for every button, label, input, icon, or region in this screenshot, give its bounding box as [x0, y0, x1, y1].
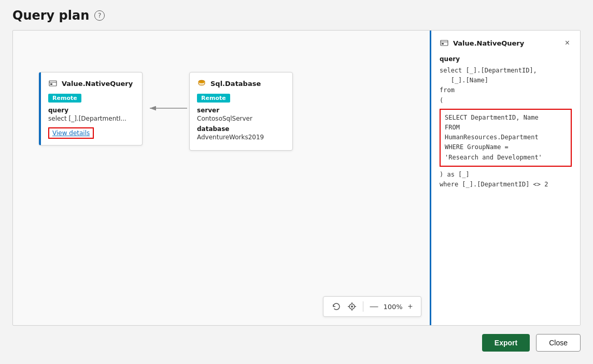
canvas-toolbar: — 100% +	[323, 296, 421, 317]
sql-database-db-value: AdventureWorks2019	[197, 134, 285, 141]
query-line-3: from	[440, 86, 455, 94]
detail-panel-icon	[440, 38, 449, 48]
sql-database-icon	[197, 79, 206, 88]
detail-query-label: query	[440, 55, 572, 63]
query-footer-2: where [_].[DepartmentID] <> 2	[440, 181, 548, 188]
svg-rect-15	[442, 43, 444, 45]
query-line-4: (	[440, 97, 443, 104]
native-query-badge: Remote	[48, 94, 81, 103]
query-line-2: [_].[Name]	[440, 77, 488, 84]
node-sql-database[interactable]: Sql.Database Remote server ContosoSqlSer…	[189, 72, 293, 151]
native-query-prop-value: select [_].[DepartmentI...	[48, 115, 135, 122]
node-native-query[interactable]: Value.NativeQuery Remote query select [_…	[39, 72, 143, 145]
native-query-prop-label: query	[48, 107, 135, 114]
svg-point-12	[351, 305, 353, 308]
sql-database-server-value: ContosoSqlServer	[197, 115, 285, 122]
query-highlighted-block: SELECT DepartmentID, NameFROMHumanResour…	[440, 109, 572, 167]
zoom-out-button[interactable]: —	[366, 300, 381, 313]
detail-panel-close-button[interactable]: ×	[563, 38, 572, 48]
native-query-icon	[48, 79, 58, 88]
svg-rect-13	[441, 40, 448, 46]
detail-panel-title: Value.NativeQuery	[440, 38, 524, 48]
node-sql-database-title: Sql.Database	[210, 80, 261, 88]
page-header: Query plan ?	[12, 8, 581, 23]
page-title: Query plan	[12, 8, 89, 23]
footer: Export Close	[12, 326, 581, 352]
node-native-query-header: Value.NativeQuery	[48, 79, 135, 88]
query-line-1: select [_].[DepartmentID],	[440, 67, 537, 74]
svg-rect-0	[49, 81, 57, 86]
canvas-area: Value.NativeQuery Remote query select [_…	[13, 31, 430, 325]
sql-database-db-label: database	[197, 125, 285, 133]
zoom-level: 100%	[381, 303, 404, 311]
zoom-in-button[interactable]: +	[405, 300, 416, 313]
detail-panel-header: Value.NativeQuery ×	[440, 38, 572, 48]
export-button[interactable]: Export	[482, 334, 530, 352]
arrow-connector	[146, 98, 192, 119]
node-sql-database-header: Sql.Database	[197, 79, 285, 88]
toolbar-separator	[363, 301, 363, 312]
pan-button[interactable]	[344, 300, 360, 313]
help-icon[interactable]: ?	[94, 10, 105, 21]
detail-panel: Value.NativeQuery × query select [_].[De…	[430, 31, 580, 325]
sql-database-server-label: server	[197, 107, 285, 114]
view-details-link[interactable]: View details	[48, 127, 94, 139]
node-native-query-title: Value.NativeQuery	[62, 80, 133, 88]
svg-rect-2	[50, 83, 52, 85]
main-container: Value.NativeQuery Remote query select [_…	[12, 30, 581, 326]
query-footer-1: ) as [_]	[440, 171, 470, 178]
close-button[interactable]: Close	[536, 334, 581, 352]
detail-query-text: select [_].[DepartmentID], [_].[Name] fr…	[440, 66, 572, 190]
reset-button[interactable]	[329, 300, 344, 313]
sql-database-badge: Remote	[197, 94, 230, 103]
